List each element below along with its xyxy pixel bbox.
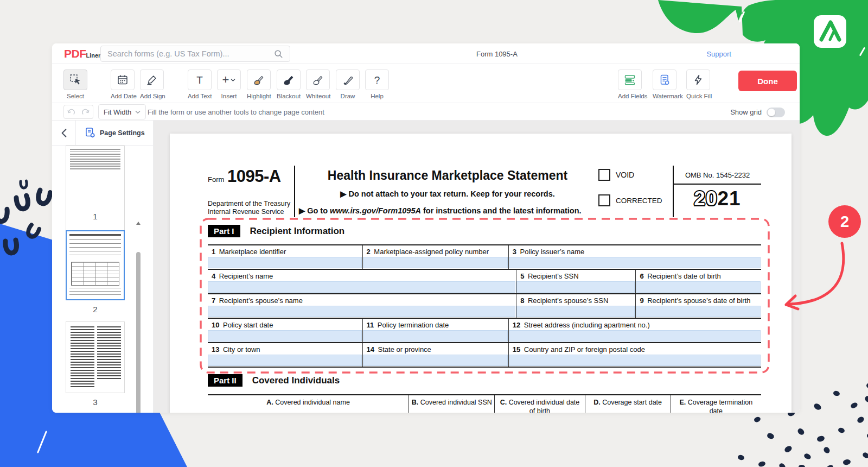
field-label: 6 Recipient’s date of birth	[636, 270, 761, 281]
part2-badge: Part II	[208, 374, 242, 387]
part2-column-header: C. Covered individual date of birth	[494, 395, 584, 413]
dot-decoration	[856, 415, 865, 424]
dot-decoration	[838, 427, 845, 434]
sidebar-header: Page Settings	[52, 121, 153, 146]
quick-fill-button[interactable]: Quick Fill	[686, 70, 710, 100]
dot-decoration	[754, 416, 762, 423]
page-thumbnail-2-selected[interactable]	[66, 230, 125, 300]
part2-column-header: D. Coverage start date	[585, 395, 671, 413]
part1-field-2: 2 Marketplace-assigned policy number	[363, 245, 509, 269]
field-input[interactable]	[208, 330, 362, 342]
add-date-button[interactable]: Add Date	[111, 70, 135, 100]
scrollbar-thumb[interactable]	[136, 252, 141, 413]
lightning-icon	[692, 74, 704, 86]
watermark-button[interactable]: Watermark	[653, 70, 676, 100]
irs-url: www.irs.gov/Form1095A	[330, 206, 421, 215]
app-header: PDFLiner Form 1095-A Support	[52, 43, 800, 64]
field-input[interactable]	[516, 306, 635, 317]
part1-field-7: 7 Recipient’s spouse’s name	[208, 294, 516, 318]
done-button[interactable]: Done	[738, 71, 797, 91]
dot-decoration	[864, 395, 868, 403]
select-tool-button[interactable]: Select	[63, 70, 87, 100]
question-icon: ?	[374, 75, 380, 85]
field-label: 14 State or province	[363, 343, 508, 355]
support-link[interactable]: Support	[706, 50, 731, 58]
field-label: 10 Policy start date	[208, 319, 362, 330]
add-text-button[interactable]: T Add Text	[188, 70, 212, 100]
zoom-mode-dropdown[interactable]: Fit Width	[98, 104, 146, 119]
field-input[interactable]	[636, 281, 761, 293]
field-input[interactable]	[363, 257, 508, 268]
scroll-up-arrow[interactable]	[136, 222, 141, 225]
search-input[interactable]	[100, 46, 290, 62]
field-input[interactable]	[509, 355, 761, 366]
corrected-checkbox[interactable]	[598, 194, 610, 206]
thumbnail-sketch	[70, 149, 120, 169]
select-cursor-icon	[69, 74, 81, 86]
blackout-button[interactable]: Blackout	[277, 70, 301, 100]
void-checkbox-row: VOID	[598, 169, 634, 181]
field-input[interactable]	[208, 306, 515, 317]
thumbnail-sketch	[71, 262, 119, 286]
page-settings-button[interactable]: Page Settings	[85, 127, 145, 138]
sidebar-scrollbar[interactable]	[135, 222, 142, 413]
field-input[interactable]	[208, 355, 362, 366]
signature-icon	[146, 74, 158, 86]
part1-field-5: 5 Recipient’s SSN	[516, 270, 636, 293]
field-input[interactable]	[208, 257, 362, 268]
blackout-brush-icon	[283, 74, 295, 86]
part1-field-6: 6 Recipient’s date of birth	[636, 270, 761, 293]
help-button[interactable]: ? Help	[365, 70, 389, 100]
add-fields-button[interactable]: Add Fields	[618, 70, 642, 100]
thumbnail-sketch	[69, 288, 121, 297]
page-number-2: 2	[66, 305, 125, 314]
field-input[interactable]	[516, 281, 635, 293]
field-input[interactable]	[636, 306, 761, 317]
page-thumbnail-3[interactable]	[66, 321, 125, 393]
dot-decoration	[816, 435, 826, 443]
part1-field-11: 11 Policy termination date	[363, 319, 509, 342]
draw-button[interactable]: Draw	[336, 70, 360, 100]
field-label: 13 City or town	[208, 343, 362, 355]
part1-row: 1 Marketplace identifier2 Marketplace-as…	[208, 244, 761, 269]
field-input[interactable]	[509, 330, 761, 342]
form-instruction-1: ▶ Do not attach to your tax return. Keep…	[298, 190, 597, 198]
page-number-3: 3	[66, 397, 125, 407]
add-sign-button[interactable]: Add Sign	[140, 70, 164, 100]
show-grid-toggle[interactable]	[767, 108, 785, 117]
part1-title: Recipient Information	[250, 226, 345, 237]
collapse-sidebar-button[interactable]	[59, 128, 69, 138]
part1-field-10: 10 Policy start date	[208, 319, 363, 342]
part2-title: Covered Individuals	[252, 375, 340, 386]
dot-decoration	[813, 402, 822, 411]
divider	[75, 121, 76, 146]
highlighter-icon	[253, 74, 265, 86]
undo-button[interactable]	[63, 105, 79, 119]
field-input[interactable]	[363, 355, 508, 366]
page-number-1: 1	[66, 212, 125, 221]
part2-column-header: A. Covered individual name	[208, 395, 409, 413]
dot-decoration	[767, 432, 775, 440]
part1-field-1: 1 Marketplace identifier	[208, 245, 363, 269]
pdfliner-logo[interactable]: PDFLiner	[64, 47, 100, 60]
redo-button[interactable]	[78, 105, 93, 119]
part1-field-13: 13 City or town	[208, 343, 363, 367]
part1-badge: Part I	[208, 225, 240, 237]
part2-column-header: B. Covered individual SSN	[409, 395, 494, 413]
field-label: 1 Marketplace identifier	[208, 245, 362, 257]
insert-button[interactable]: + Insert	[217, 70, 241, 100]
highlight-button[interactable]: Highlight	[247, 70, 271, 100]
search-icon[interactable]	[273, 49, 283, 59]
part1-field-4: 4 Recipient’s name	[208, 270, 516, 293]
omb-year-block: OMB No. 1545-2232 2021	[673, 166, 761, 217]
field-input[interactable]	[208, 281, 515, 293]
whiteout-button[interactable]: Whiteout	[306, 70, 330, 100]
form-word: Form	[208, 175, 224, 184]
field-input[interactable]	[363, 330, 508, 342]
void-checkbox[interactable]	[598, 169, 610, 181]
part2-header: Part II Covered Individuals	[208, 374, 340, 387]
part1-header: Part I Recipient Information	[208, 225, 344, 237]
view-bar: Fit Width Fill the form or use another t…	[52, 103, 800, 121]
field-input[interactable]	[509, 257, 761, 268]
document-area: Form 1095-A Department of the Treasury I…	[154, 121, 800, 413]
